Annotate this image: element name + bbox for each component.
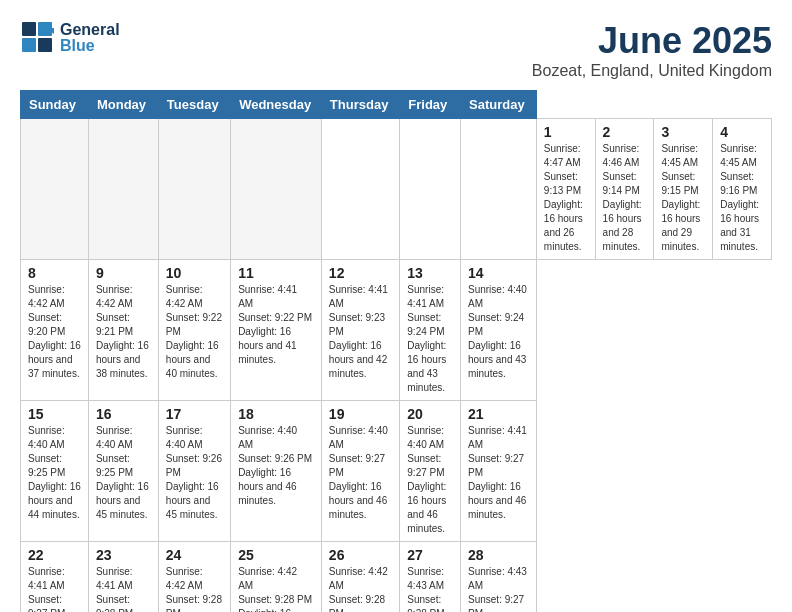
day-info: Sunrise: 4:40 AMSunset: 9:27 PMDaylight:… (329, 425, 388, 520)
day-info: Sunrise: 4:40 AMSunset: 9:26 PMDaylight:… (238, 425, 312, 506)
day-number: 16 (96, 406, 151, 422)
day-number: 13 (407, 265, 453, 281)
logo-general: General (60, 21, 120, 38)
day-cell-20: 20 Sunrise: 4:40 AMSunset: 9:27 PMDaylig… (400, 401, 461, 542)
day-number: 1 (544, 124, 588, 140)
day-number: 4 (720, 124, 764, 140)
day-cell-2: 2 Sunrise: 4:46 AMSunset: 9:14 PMDayligh… (595, 119, 654, 260)
day-cell-3: 3 Sunrise: 4:45 AMSunset: 9:15 PMDayligh… (654, 119, 713, 260)
day-number: 12 (329, 265, 392, 281)
day-number: 27 (407, 547, 453, 563)
header-friday: Friday (400, 91, 461, 119)
day-number: 20 (407, 406, 453, 422)
day-cell-11: 11 Sunrise: 4:41 AMSunset: 9:22 PMDaylig… (231, 260, 322, 401)
day-number: 28 (468, 547, 529, 563)
day-number: 10 (166, 265, 223, 281)
svg-rect-3 (22, 38, 36, 52)
day-cell-16: 16 Sunrise: 4:40 AMSunset: 9:25 PMDaylig… (88, 401, 158, 542)
day-number: 18 (238, 406, 314, 422)
header-saturday: Saturday (461, 91, 537, 119)
day-number: 26 (329, 547, 392, 563)
day-info: Sunrise: 4:42 AMSunset: 9:21 PMDaylight:… (96, 284, 149, 379)
day-number: 3 (661, 124, 705, 140)
empty-cell (158, 119, 230, 260)
day-info: Sunrise: 4:41 AMSunset: 9:24 PMDaylight:… (407, 284, 446, 393)
calendar-week-1: 1 Sunrise: 4:47 AMSunset: 9:13 PMDayligh… (21, 119, 772, 260)
day-cell-9: 9 Sunrise: 4:42 AMSunset: 9:21 PMDayligh… (88, 260, 158, 401)
day-number: 2 (603, 124, 647, 140)
day-cell-8: 8 Sunrise: 4:42 AMSunset: 9:20 PMDayligh… (21, 260, 89, 401)
day-info: Sunrise: 4:42 AMSunset: 9:28 PMDaylight:… (166, 566, 222, 612)
day-number: 15 (28, 406, 81, 422)
header-thursday: Thursday (321, 91, 399, 119)
logo-icon (20, 20, 56, 56)
day-info: Sunrise: 4:43 AMSunset: 9:28 PMDaylight:… (407, 566, 446, 612)
day-info: Sunrise: 4:47 AMSunset: 9:13 PMDaylight:… (544, 143, 583, 252)
day-info: Sunrise: 4:41 AMSunset: 9:22 PMDaylight:… (238, 284, 312, 365)
empty-cell (21, 119, 89, 260)
day-info: Sunrise: 4:41 AMSunset: 9:27 PMDaylight:… (28, 566, 81, 612)
day-cell-18: 18 Sunrise: 4:40 AMSunset: 9:26 PMDaylig… (231, 401, 322, 542)
day-cell-4: 4 Sunrise: 4:45 AMSunset: 9:16 PMDayligh… (713, 119, 772, 260)
day-cell-25: 25 Sunrise: 4:42 AMSunset: 9:28 PMDaylig… (231, 542, 322, 613)
day-info: Sunrise: 4:41 AMSunset: 9:23 PMDaylight:… (329, 284, 388, 379)
header-wednesday: Wednesday (231, 91, 322, 119)
day-info: Sunrise: 4:40 AMSunset: 9:24 PMDaylight:… (468, 284, 527, 379)
day-cell-empty (400, 119, 461, 260)
day-cell-17: 17 Sunrise: 4:40 AMSunset: 9:26 PMDaylig… (158, 401, 230, 542)
header-monday: Monday (88, 91, 158, 119)
day-number: 9 (96, 265, 151, 281)
day-cell-23: 23 Sunrise: 4:41 AMSunset: 9:28 PMDaylig… (88, 542, 158, 613)
empty-cell (231, 119, 322, 260)
day-number: 22 (28, 547, 81, 563)
svg-rect-1 (22, 22, 36, 36)
header: General Blue June 2025 Bozeat, England, … (20, 20, 772, 80)
calendar-header-row: SundayMondayTuesdayWednesdayThursdayFrid… (21, 91, 772, 119)
calendar-week-4: 22 Sunrise: 4:41 AMSunset: 9:27 PMDaylig… (21, 542, 772, 613)
calendar-week-2: 8 Sunrise: 4:42 AMSunset: 9:20 PMDayligh… (21, 260, 772, 401)
calendar-table: SundayMondayTuesdayWednesdayThursdayFrid… (20, 90, 772, 612)
day-cell-21: 21 Sunrise: 4:41 AMSunset: 9:27 PMDaylig… (461, 401, 537, 542)
day-cell-empty (461, 119, 537, 260)
day-cell-15: 15 Sunrise: 4:40 AMSunset: 9:25 PMDaylig… (21, 401, 89, 542)
day-cell-13: 13 Sunrise: 4:41 AMSunset: 9:24 PMDaylig… (400, 260, 461, 401)
day-number: 19 (329, 406, 392, 422)
svg-rect-4 (38, 38, 52, 52)
title-area: June 2025 Bozeat, England, United Kingdo… (532, 20, 772, 80)
day-info: Sunrise: 4:40 AMSunset: 9:26 PMDaylight:… (166, 425, 222, 520)
month-title: June 2025 (532, 20, 772, 62)
location: Bozeat, England, United Kingdom (532, 62, 772, 80)
logo: General Blue (20, 20, 120, 56)
day-number: 25 (238, 547, 314, 563)
header-tuesday: Tuesday (158, 91, 230, 119)
day-cell-28: 28 Sunrise: 4:43 AMSunset: 9:27 PMDaylig… (461, 542, 537, 613)
day-cell-27: 27 Sunrise: 4:43 AMSunset: 9:28 PMDaylig… (400, 542, 461, 613)
day-info: Sunrise: 4:42 AMSunset: 9:20 PMDaylight:… (28, 284, 81, 379)
day-info: Sunrise: 4:45 AMSunset: 9:15 PMDaylight:… (661, 143, 700, 252)
day-info: Sunrise: 4:46 AMSunset: 9:14 PMDaylight:… (603, 143, 642, 252)
day-cell-19: 19 Sunrise: 4:40 AMSunset: 9:27 PMDaylig… (321, 401, 399, 542)
day-info: Sunrise: 4:42 AMSunset: 9:28 PMDaylight:… (329, 566, 388, 612)
empty-cell (88, 119, 158, 260)
logo-blue: Blue (60, 37, 95, 54)
day-info: Sunrise: 4:40 AMSunset: 9:25 PMDaylight:… (96, 425, 149, 520)
day-cell-22: 22 Sunrise: 4:41 AMSunset: 9:27 PMDaylig… (21, 542, 89, 613)
calendar-week-3: 15 Sunrise: 4:40 AMSunset: 9:25 PMDaylig… (21, 401, 772, 542)
day-info: Sunrise: 4:45 AMSunset: 9:16 PMDaylight:… (720, 143, 759, 252)
day-cell-10: 10 Sunrise: 4:42 AMSunset: 9:22 PMDaylig… (158, 260, 230, 401)
day-info: Sunrise: 4:40 AMSunset: 9:25 PMDaylight:… (28, 425, 81, 520)
day-info: Sunrise: 4:43 AMSunset: 9:27 PMDaylight:… (468, 566, 527, 612)
day-info: Sunrise: 4:42 AMSunset: 9:22 PMDaylight:… (166, 284, 222, 379)
day-cell-26: 26 Sunrise: 4:42 AMSunset: 9:28 PMDaylig… (321, 542, 399, 613)
day-cell-14: 14 Sunrise: 4:40 AMSunset: 9:24 PMDaylig… (461, 260, 537, 401)
day-info: Sunrise: 4:42 AMSunset: 9:28 PMDaylight:… (238, 566, 312, 612)
day-cell-24: 24 Sunrise: 4:42 AMSunset: 9:28 PMDaylig… (158, 542, 230, 613)
day-number: 8 (28, 265, 81, 281)
day-number: 21 (468, 406, 529, 422)
day-cell-empty (321, 119, 399, 260)
day-number: 24 (166, 547, 223, 563)
day-info: Sunrise: 4:41 AMSunset: 9:28 PMDaylight:… (96, 566, 149, 612)
day-number: 14 (468, 265, 529, 281)
day-cell-12: 12 Sunrise: 4:41 AMSunset: 9:23 PMDaylig… (321, 260, 399, 401)
day-info: Sunrise: 4:40 AMSunset: 9:27 PMDaylight:… (407, 425, 446, 534)
